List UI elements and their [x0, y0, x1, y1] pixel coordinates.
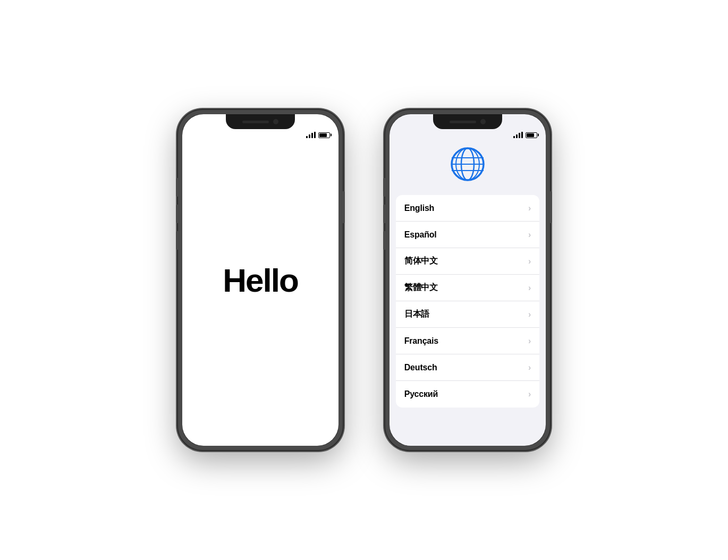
- hello-screen: Hello: [182, 114, 338, 446]
- language-list: English › Español › 简体中文 › 繁體中文 › 日本語: [396, 195, 539, 408]
- chevron-icon: ›: [528, 363, 531, 372]
- battery-fill: [319, 133, 327, 137]
- language-item-simplified-chinese[interactable]: 简体中文 ›: [396, 248, 539, 275]
- signal-icon: [513, 132, 523, 138]
- speaker: [450, 121, 476, 123]
- language-phone: English › Español › 简体中文 › 繁體中文 › 日本語: [385, 110, 550, 450]
- language-label: Русский: [404, 389, 438, 399]
- language-label: Español: [404, 230, 437, 240]
- chevron-icon: ›: [528, 337, 531, 345]
- signal-bar-1: [306, 136, 308, 138]
- hello-phone: Hello: [178, 110, 343, 450]
- language-screen: English › Español › 简体中文 › 繁體中文 › 日本語: [390, 114, 546, 446]
- chevron-icon: ›: [528, 390, 531, 398]
- signal-bar-1: [513, 136, 515, 138]
- language-label: English: [404, 203, 434, 213]
- status-icons: [513, 132, 537, 138]
- language-item-traditional-chinese[interactable]: 繁體中文 ›: [396, 275, 539, 301]
- chevron-icon: ›: [528, 257, 531, 266]
- camera: [273, 119, 278, 124]
- language-label: Deutsch: [404, 363, 437, 372]
- language-item-german[interactable]: Deutsch ›: [396, 354, 539, 381]
- language-label: 日本語: [404, 309, 429, 320]
- language-item-french[interactable]: Français ›: [396, 328, 539, 354]
- signal-bar-2: [516, 134, 518, 138]
- chevron-icon: ›: [528, 204, 531, 213]
- language-item-russian[interactable]: Русский ›: [396, 381, 539, 408]
- camera: [480, 119, 486, 124]
- signal-bar-4: [521, 132, 523, 138]
- language-item-espanol[interactable]: Español ›: [396, 222, 539, 248]
- signal-bar-3: [519, 133, 520, 138]
- speaker: [242, 121, 269, 123]
- signal-bar-2: [309, 134, 310, 138]
- hello-content: Hello: [182, 114, 338, 446]
- battery-icon: [318, 132, 330, 138]
- globe-icon: [450, 146, 486, 182]
- language-label: Français: [404, 336, 438, 346]
- language-label: 简体中文: [404, 256, 438, 267]
- notch: [226, 114, 295, 129]
- chevron-icon: ›: [528, 284, 531, 292]
- signal-bar-4: [314, 132, 316, 138]
- chevron-icon: ›: [528, 231, 531, 239]
- battery-icon: [526, 132, 537, 138]
- notch: [433, 114, 502, 129]
- status-icons: [306, 132, 330, 138]
- status-bar: [390, 129, 546, 141]
- signal-icon: [306, 132, 316, 138]
- signal-bar-3: [311, 133, 313, 138]
- language-label: 繁體中文: [404, 282, 438, 293]
- language-item-english[interactable]: English ›: [396, 195, 539, 222]
- hello-text: Hello: [223, 261, 298, 299]
- language-content: English › Español › 简体中文 › 繁體中文 › 日本語: [390, 114, 546, 446]
- battery-fill: [527, 133, 534, 137]
- language-item-japanese[interactable]: 日本語 ›: [396, 301, 539, 328]
- status-bar: [182, 129, 338, 141]
- chevron-icon: ›: [528, 310, 531, 319]
